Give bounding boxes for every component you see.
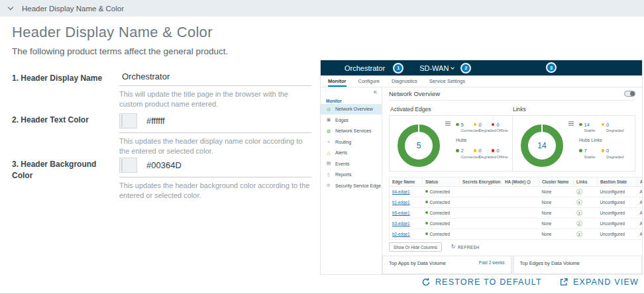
donut-value: 14: [537, 141, 546, 150]
events-icon: ▤: [326, 161, 331, 166]
bottom-cards-row: Top Apps by Data Volume Past 2 weeks Top…: [382, 256, 642, 274]
legend-row: 5Connected0Degraded0Offline: [456, 122, 510, 133]
col-links: Links: [574, 177, 598, 187]
network-overview-title: Network Overview: [389, 90, 440, 97]
edges-icon: ▣: [326, 117, 331, 122]
legend-item: 2Connected: [456, 148, 474, 159]
legend-item: 14Stable: [579, 122, 602, 133]
sidebar-item-network-services: ◍Network Services: [321, 126, 382, 136]
table-row: b4-edge1ConnectedNone2UnconfiguredAug 30…: [390, 187, 643, 197]
edge-name-link: b4-edge1: [392, 189, 410, 194]
header-preview-image: Orchestrator 1 SD-WAN 2 3 MonitorConfigu…: [320, 60, 643, 275]
table-row: b3-edge1ConnectedNone2UnconfiguredAug 30…: [390, 219, 643, 229]
sidebar-item-label: Security Service Edge (S...: [335, 183, 382, 188]
text-color-hex-input[interactable]: [146, 116, 226, 126]
legend-item: 0Degraded: [602, 122, 624, 133]
links-cell: 4: [574, 197, 598, 208]
network-services-icon: ◍: [326, 128, 331, 134]
status-cell: Connected: [423, 208, 460, 219]
table-row: b5-edge1ConnectedNone3UnconfiguredAug 30…: [390, 208, 643, 219]
activated-cell: Aug 30, 2024: [637, 197, 643, 208]
callout-badge-2: 2: [460, 63, 471, 74]
legend-dot: [456, 149, 459, 152]
bg-color-swatch[interactable]: [119, 158, 137, 173]
status-dot-icon: [425, 190, 428, 193]
display-name-input[interactable]: [119, 72, 311, 81]
text-color-swatch[interactable]: [119, 113, 137, 128]
legend-dot: [602, 149, 605, 152]
status-dot-icon: [425, 201, 428, 203]
cluster-cell: None: [539, 208, 574, 219]
links-count-badge: 4: [576, 199, 582, 205]
callout-badge-1: 1: [393, 63, 403, 74]
overview-toggle: [624, 91, 635, 97]
top-apps-card: Top Apps by Data Volume Past 2 weeks: [382, 256, 511, 274]
top-edges-card: Top Edges by Data Volume: [513, 256, 643, 274]
links-count-badge: 3: [576, 210, 582, 216]
expand-view-icon: [559, 277, 568, 287]
links-count-badge: 2: [576, 189, 582, 195]
preview-tab-diagnostics: Diagnostics: [392, 75, 417, 87]
legend-dot: [456, 123, 459, 126]
overview-cards: 55Connected0Degraded0OfflineHubs2Connect…: [389, 115, 635, 172]
sidebar-item-label: Routing: [335, 140, 351, 144]
legend-row: 2Connected0Degraded0Offline: [456, 148, 510, 159]
col-activated: Activated: [637, 177, 643, 187]
field-row-text-color: 2. Header Text Color This updates the he…: [12, 113, 308, 156]
ha-cell: [502, 197, 539, 208]
donut-chart: 14: [521, 124, 563, 167]
table-row: b2-edge1ConnectedNone3UnconfiguredAug 30…: [390, 229, 643, 240]
bg-color-hex-input[interactable]: [146, 160, 226, 170]
status-cell: Connected: [423, 187, 460, 197]
status-dot-icon: [425, 232, 428, 235]
legend-label: Offline: [496, 128, 508, 132]
table-row: b1-edge1ConnectedNone4UnconfiguredAug 30…: [390, 197, 643, 208]
sidebar-item-alerts: △Alerts: [321, 148, 382, 158]
donut-chart: 5: [398, 124, 440, 167]
preview-header-bar: Orchestrator 1 SD-WAN 2 3: [321, 60, 642, 75]
legend-dot: [474, 149, 477, 152]
donut-value: 5: [417, 141, 421, 150]
links-cell: 3: [574, 208, 598, 219]
sidebar-item-label: Alerts: [335, 150, 347, 155]
donut-gap: [418, 124, 419, 132]
activated-cell: Aug 30, 2024: [637, 219, 643, 229]
legend-label: Degraded: [606, 155, 623, 159]
activated-cell: Aug 30, 2024: [637, 208, 643, 219]
page-subtitle: The following product terms affect the g…: [12, 46, 228, 56]
legend-item: 0Offline: [492, 148, 510, 159]
security-icon: ⊖: [326, 183, 331, 188]
expand-view-button[interactable]: EXPAND VIEW: [559, 277, 639, 287]
info-icon: i: [527, 180, 531, 184]
panel-activated-edges: 55Connected0Degraded0OfflineHubs2Connect…: [390, 116, 512, 171]
col-bastion-state: Bastion State: [598, 177, 637, 187]
legend-text: 0Offline: [496, 148, 508, 159]
alerts-icon: △: [326, 150, 331, 156]
edge-name-link: b1-edge1: [392, 200, 410, 205]
ha-cell: [502, 219, 539, 229]
legend-text: 14Stable: [584, 122, 596, 133]
bastion-cell: Unconfigured: [598, 208, 637, 219]
legend-value: 14: [584, 122, 596, 128]
edge-name-link: b2-edge1: [392, 232, 410, 236]
ha-cell: [502, 208, 539, 219]
legend-dot: [602, 123, 605, 126]
restore-to-default-button[interactable]: RESTORE TO DEFAULT: [421, 277, 542, 287]
menu-icon: [568, 123, 574, 124]
accordion-header[interactable]: Header Display Name & Color: [0, 0, 644, 17]
status-cell: Connected: [423, 197, 460, 208]
text-color-label: 2. Header Text Color: [12, 113, 119, 156]
bastion-cell: Unconfigured: [598, 229, 637, 240]
cluster-cell: None: [539, 229, 574, 240]
legend-item: 0Degraded: [602, 148, 624, 159]
accordion-title: Header Display Name & Color: [22, 5, 124, 13]
legend-item: 0Degraded: [474, 148, 492, 159]
preview-tab-service-settings: Service Settings: [429, 75, 465, 87]
edge-name-cell: b5-edge1: [390, 208, 423, 219]
legend-text: 0Offline: [496, 122, 508, 133]
legend-label: Offline: [496, 155, 508, 159]
edge-name-cell: b1-edge1: [390, 197, 423, 208]
refresh-link: ↻ REFRESH: [451, 244, 480, 250]
sidebar-item-network-overview: ◎Network Overview: [321, 104, 382, 115]
chevron-down-icon: [451, 66, 455, 70]
